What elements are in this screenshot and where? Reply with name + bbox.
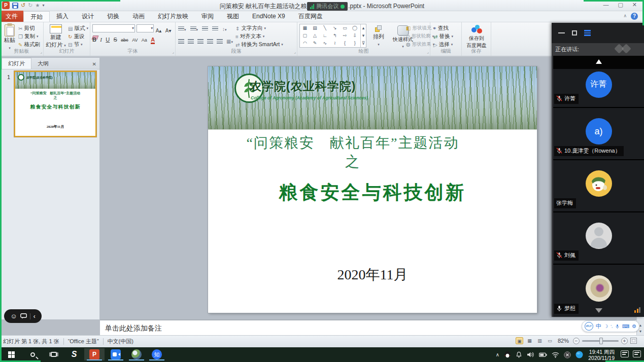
ime-moon-icon[interactable]: ☽ [603,323,608,329]
action-center-icon[interactable] [621,350,629,357]
tab-outline[interactable]: 大纲 [31,58,55,69]
tab-slides[interactable]: 幻灯片 [2,58,31,69]
tab-animations[interactable]: 动画 [126,11,151,22]
meeting-maximize-icon[interactable] [572,30,577,35]
notes-pane[interactable]: 单击此处添加备注 [100,319,636,335]
zoom-out-button[interactable]: − [573,338,580,344]
bold-button[interactable]: B [92,37,96,43]
panel-close-icon[interactable]: ✕ [92,61,96,67]
slide[interactable]: 农学院(农业科学院) College of Agronomy (Academy … [208,66,537,313]
meeting-list-view-icon[interactable] [584,30,591,36]
zoom-slider-thumb[interactable] [599,338,603,344]
change-case-button[interactable]: Aa [142,38,147,43]
slideshow-view-button[interactable]: ▭ [546,337,554,344]
columns-button[interactable]: ▦▾ [226,38,233,45]
taskbar-photo-app[interactable] [126,348,147,360]
zoom-level[interactable]: 82% [558,338,569,344]
slide-thumbnail[interactable]: 农学院(农业科学院) “问策粮安 献礼百年”主题活动之 粮食安全与科技创新 20… [14,71,96,137]
shapes-scrollbar[interactable]: ▴▾⊽ [360,24,366,47]
shadow-button[interactable]: S [114,37,117,43]
taskbar-tencent-meeting[interactable] [106,348,126,360]
copy-button[interactable]: ❐复制▾ [18,33,38,40]
shapes-gallery[interactable]: ▦▤╲↘▭◯ ▢△∟↰⇨⇩ ◠✎∿≀{} ▴▾⊽ [299,24,366,48]
align-text-button[interactable]: ≡对齐文本▾ [235,33,264,40]
battery-icon[interactable] [539,352,547,357]
section-button[interactable]: ⊟节▾ [68,41,82,48]
align-left-button[interactable] [178,39,184,44]
tab-slideshow[interactable]: 幻灯片放映 [151,11,195,22]
qq-icon[interactable] [504,351,511,358]
meeting-minimize-icon[interactable] [558,32,565,33]
tray-expand-icon[interactable]: ∧ [496,352,499,357]
participant-tile[interactable]: a) 10.庞津雯（Rowena） [553,108,644,160]
bullets-button[interactable]: ▾ [178,25,186,32]
meeting-reaction-pill[interactable]: ☺ ‹ [4,309,42,323]
taskbar-powerpoint[interactable]: P [84,348,105,360]
smartart-button[interactable]: ⇄转换为 SmartArt▾ [235,41,283,48]
ime-language-toggle[interactable]: 中 [596,322,601,330]
reset-button[interactable]: ↻重设 [68,33,84,40]
status-x-icon[interactable] [564,351,571,358]
maximize-button[interactable]: ▢ [618,2,623,8]
status-language[interactable]: 中文(中国) [108,338,133,345]
ime-mic-icon[interactable] [615,323,620,330]
tab-home[interactable]: 开始 [23,11,50,22]
start-button[interactable] [1,348,21,360]
chat-bubble-icon[interactable] [20,313,27,319]
tab-endnote[interactable]: EndNote X9 [246,11,292,22]
tab-transitions[interactable]: 切换 [100,11,126,22]
justify-button[interactable] [207,39,213,44]
layout-button[interactable]: ▤版式▾ [68,25,88,32]
paste-button[interactable]: 粘贴▾ [2,24,17,50]
arrange-button[interactable]: 排列▾ [368,25,389,47]
normal-view-button[interactable]: ▣ [516,337,523,344]
search-button[interactable] [22,348,43,360]
new-slide-button[interactable]: 新建 幻灯片 ▾ [45,24,67,49]
format-painter-button[interactable]: ✎格式刷 [18,41,40,48]
taskbar-zhihu[interactable]: 知 [147,348,167,360]
fit-to-window-button[interactable] [630,338,637,344]
collapse-ribbon-icon[interactable]: ∧ [623,13,627,18]
ime-punctuation-icon[interactable]: ’, [611,324,613,329]
font-size-combo[interactable] [137,24,154,32]
meeting-floating-chip[interactable]: 腾讯会议 [307,2,348,11]
font-dialog-launcher[interactable]: ⌟ [172,50,174,54]
numbering-button[interactable]: ▾ [190,25,198,32]
tim-icon[interactable] [575,351,583,358]
line-spacing-button[interactable]: ↕▾ [222,25,227,32]
taskbar-app-s[interactable]: S [64,348,84,360]
participant-tile[interactable]: 许菁 许菁 [553,56,644,108]
find-button[interactable]: ⌖查找 [433,25,449,32]
character-spacing-button[interactable]: AV [132,38,138,43]
font-color-button[interactable]: A [151,37,155,44]
distribute-button[interactable] [217,39,223,44]
collapse-up-icon[interactable] [596,59,602,64]
grow-font-button[interactable]: A▴ [156,28,162,33]
participant-tile[interactable]: 刘佩 [553,212,644,265]
ifly-logo-icon[interactable]: iFLY [585,322,593,331]
speaker-icon[interactable] [527,351,534,358]
expand-down-icon[interactable] [595,308,602,313]
notification-bell-icon[interactable] [516,351,522,358]
ime-toolbar[interactable]: iFLY 中 ☽ ’, ⌨ ⚙ [582,320,639,332]
shrink-font-button[interactable]: A▾ [165,28,172,33]
tab-file[interactable]: 文件 [0,11,23,22]
touch-keyboard-icon[interactable] [633,350,641,357]
replace-button[interactable]: ⇄替换▾ [433,33,453,40]
select-button[interactable]: ▷选择▾ [433,41,453,48]
tab-view[interactable]: 视图 [220,11,246,22]
task-view-button[interactable] [44,348,64,360]
ime-settings-icon[interactable]: ⚙ [632,323,636,329]
italic-button[interactable]: I [100,37,102,43]
save-to-baidu-button[interactable]: 保存到 百度网盘 [463,24,490,49]
underline-button[interactable]: U [106,37,110,43]
zoom-in-button[interactable]: + [621,338,628,344]
align-right-button[interactable] [197,39,204,44]
font-name-combo[interactable] [92,24,135,32]
reading-view-button[interactable]: ▥ [536,337,544,344]
participant-tile[interactable]: 张学梅 [553,160,644,212]
collapse-left-icon[interactable]: ‹ [33,313,36,320]
decrease-indent-button[interactable] [202,25,208,32]
strikethrough-button[interactable]: abc [121,38,128,43]
paragraph-dialog-launcher[interactable]: ⌟ [294,50,296,54]
